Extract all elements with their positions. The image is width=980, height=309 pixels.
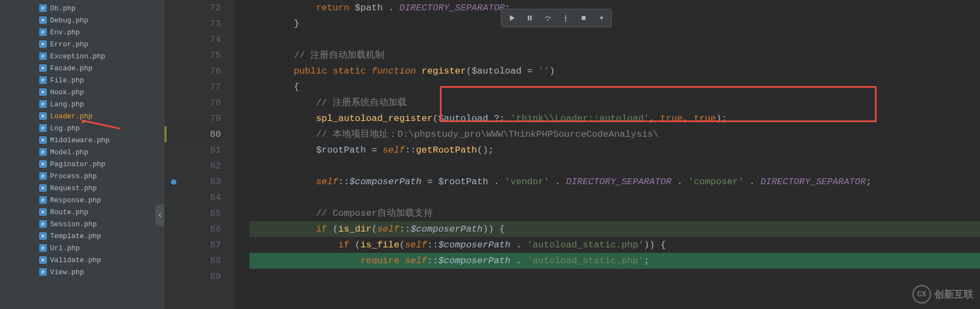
- file-item-view[interactable]: PView.php: [0, 266, 164, 278]
- breakpoint-marker[interactable]: [171, 179, 176, 185]
- code-editor: 727374757677787980818283848586878889 ret…: [164, 0, 980, 309]
- file-label: Paginator.php: [50, 160, 105, 168]
- code-line[interactable]: if (is_dir(self::$composerPath)) {: [249, 221, 980, 237]
- file-label: File.php: [50, 76, 84, 84]
- file-item-db[interactable]: PDb.php: [0, 2, 164, 14]
- file-item-loader[interactable]: PLoader.php: [0, 110, 164, 122]
- watermark-text: 创新互联: [934, 288, 973, 301]
- code-line[interactable]: if (is_file(self::$composerPath . 'autol…: [249, 237, 980, 253]
- file-item-env[interactable]: PEnv.php: [0, 26, 164, 38]
- code-line[interactable]: [249, 269, 980, 284]
- line-number[interactable]: 81: [164, 142, 221, 158]
- file-item-response[interactable]: PResponse.php: [0, 194, 164, 206]
- sidebar-collapse-handle[interactable]: [155, 204, 164, 226]
- file-label: Route.php: [50, 208, 88, 216]
- line-number[interactable]: 85: [164, 205, 221, 221]
- php-file-icon: P: [39, 256, 47, 264]
- file-item-file[interactable]: PFile.php: [0, 74, 164, 86]
- php-file-icon: P: [39, 232, 47, 240]
- php-file-icon: P: [39, 244, 47, 252]
- svg-marker-11: [599, 15, 603, 21]
- file-item-template[interactable]: PTemplate.php: [0, 230, 164, 242]
- debug-pause-button[interactable]: [520, 10, 538, 26]
- php-file-icon: P: [39, 88, 47, 96]
- code-line[interactable]: {: [249, 79, 980, 95]
- file-item-url[interactable]: PUrl.php: [0, 242, 164, 254]
- line-number[interactable]: 78: [164, 95, 221, 111]
- file-label: Request.php: [50, 184, 97, 192]
- code-line[interactable]: return $path . DIRECTORY_SEPARATOR;: [249, 0, 980, 16]
- code-line[interactable]: self::$composerPath = $rootPath . 'vendo…: [249, 174, 980, 190]
- file-item-validate[interactable]: PValidate.php: [0, 254, 164, 266]
- file-tree: PDb.phpPDebug.phpPEnv.phpPError.phpPExce…: [0, 0, 164, 278]
- file-item-log[interactable]: PLog.php: [0, 122, 164, 134]
- file-item-session[interactable]: PSession.php: [0, 218, 164, 230]
- file-item-model[interactable]: PModel.php: [0, 146, 164, 158]
- file-label: View.php: [50, 268, 84, 276]
- line-number[interactable]: 72: [164, 0, 221, 16]
- file-item-hook[interactable]: PHook.php: [0, 86, 164, 98]
- code-line[interactable]: [249, 158, 980, 174]
- file-label: Env.php: [50, 28, 80, 37]
- code-line[interactable]: require self::$composerPath . 'autoload_…: [249, 253, 980, 269]
- line-number[interactable]: 74: [164, 32, 221, 47]
- line-number[interactable]: 80: [164, 126, 221, 142]
- code-line[interactable]: }: [249, 16, 980, 32]
- line-number[interactable]: 88: [164, 253, 221, 269]
- debug-step-over-button[interactable]: [538, 10, 556, 26]
- code-line[interactable]: [249, 190, 980, 205]
- code-line[interactable]: public static function register($autoloa…: [249, 63, 980, 79]
- code-line[interactable]: [249, 32, 980, 47]
- line-number[interactable]: 73: [164, 16, 221, 32]
- php-file-icon: P: [39, 268, 47, 276]
- line-number[interactable]: 76: [164, 63, 221, 79]
- code-line[interactable]: // 注册自动加载机制: [249, 47, 980, 63]
- file-item-middleware[interactable]: PMiddleware.php: [0, 134, 164, 146]
- file-label: Process.php: [50, 172, 97, 180]
- file-label: Log.php: [50, 124, 80, 132]
- file-item-error[interactable]: PError.php: [0, 38, 164, 50]
- file-item-exception[interactable]: PException.php: [0, 50, 164, 62]
- php-file-icon: P: [39, 28, 47, 36]
- line-number[interactable]: 83: [164, 174, 221, 190]
- file-item-request[interactable]: PRequest.php: [0, 182, 164, 194]
- line-number[interactable]: 87: [164, 237, 221, 253]
- debug-stop-button[interactable]: [574, 10, 592, 26]
- code-line[interactable]: // 本地项目地址：D:\phpstudy_pro\WWW\ThinkPHPSo…: [249, 126, 980, 142]
- file-item-facade[interactable]: PFacade.php: [0, 62, 164, 74]
- line-number[interactable]: 77: [164, 79, 221, 95]
- debug-resume-button[interactable]: [503, 10, 520, 26]
- php-file-icon: P: [39, 76, 47, 84]
- file-label: Facade.php: [50, 64, 93, 72]
- file-item-debug[interactable]: PDebug.php: [0, 14, 164, 26]
- file-label: Debug.php: [50, 16, 88, 25]
- php-file-icon: P: [39, 40, 47, 48]
- debug-step-into-button[interactable]: [556, 10, 574, 26]
- line-number[interactable]: 82: [164, 158, 221, 174]
- php-file-icon: P: [39, 160, 47, 168]
- php-file-icon: P: [39, 124, 47, 132]
- code-line[interactable]: // 注册系统自动加载: [249, 95, 980, 111]
- file-item-process[interactable]: PProcess.php: [0, 170, 164, 182]
- code-content[interactable]: return $path . DIRECTORY_SEPARATOR; } //…: [234, 0, 980, 309]
- line-number[interactable]: 89: [164, 269, 221, 284]
- line-number[interactable]: 84: [164, 190, 221, 205]
- line-number[interactable]: 79: [164, 111, 221, 126]
- svg-marker-8: [565, 18, 567, 20]
- file-item-paginator[interactable]: PPaginator.php: [0, 158, 164, 170]
- file-label: Session.php: [50, 220, 97, 228]
- file-item-route[interactable]: PRoute.php: [0, 206, 164, 218]
- line-number[interactable]: 75: [164, 47, 221, 63]
- file-item-lang[interactable]: PLang.php: [0, 98, 164, 110]
- svg-marker-2: [510, 15, 514, 21]
- code-line[interactable]: // Composer自动加载支持: [249, 205, 980, 221]
- code-line[interactable]: $rootPath = self::getRootPath();: [249, 142, 980, 158]
- file-label: Url.php: [50, 244, 80, 252]
- line-number[interactable]: 86: [164, 221, 221, 237]
- code-line[interactable]: spl_autoload_register($autoload ?: 'thin…: [249, 111, 980, 126]
- php-file-icon: P: [39, 196, 47, 204]
- php-file-icon: P: [39, 52, 47, 60]
- debug-force-run-button[interactable]: [592, 10, 610, 26]
- svg-point-9: [565, 20, 566, 22]
- file-label: Middleware.php: [50, 136, 109, 144]
